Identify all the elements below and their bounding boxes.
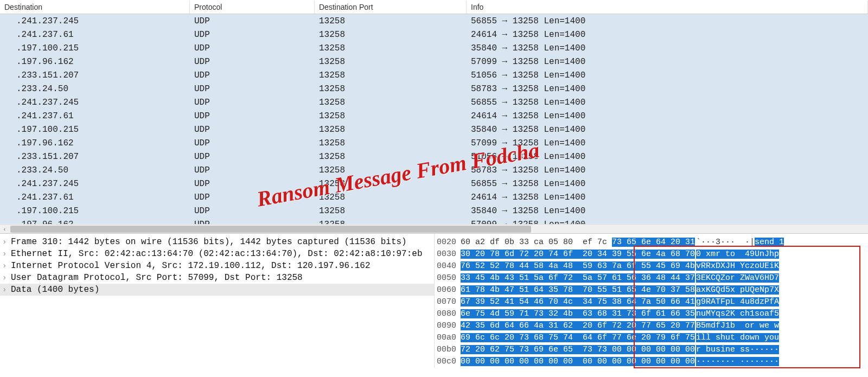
hex-row[interactable]: 00806e 75 4d 59 71 73 32 4b 63 68 31 73 … bbox=[435, 308, 868, 320]
hex-row[interactable]: 003030 20 78 6d 72 20 74 6f 20 34 39 55 … bbox=[435, 248, 868, 260]
col-destination[interactable]: Destination bbox=[0, 1, 190, 14]
cell-destination: .233.24.50 bbox=[0, 164, 190, 176]
hex-bytes: 60 a2 df 0b 33 ca 05 80 ef 7c 73 65 6e 6… bbox=[461, 238, 688, 247]
cell-destination: .241.237.61 bbox=[0, 110, 190, 122]
packet-list-header: Destination Protocol Destination Port In… bbox=[0, 0, 868, 14]
packet-row[interactable]: .197.96.162UDP1325857099 → 13258 Len=140… bbox=[0, 136, 868, 150]
cell-port: 13258 bbox=[315, 69, 467, 81]
col-dest-port[interactable]: Destination Port bbox=[315, 1, 467, 14]
hex-bytes: 61 78 4b 47 51 64 35 78 70 55 51 65 4e 7… bbox=[461, 285, 688, 295]
cell-destination: .197.96.162 bbox=[0, 137, 190, 149]
cell-port: 13258 bbox=[315, 205, 467, 217]
cell-protocol: UDP bbox=[190, 15, 315, 27]
cell-info: 58783 → 13258 Len=1400 bbox=[467, 164, 868, 176]
hex-offset: 0030 bbox=[435, 250, 461, 259]
cell-destination: .197.96.162 bbox=[0, 56, 190, 68]
cell-port: 13258 bbox=[315, 164, 467, 176]
hex-bytes: 67 39 52 41 54 46 70 4c 34 75 38 64 7a 5… bbox=[461, 297, 688, 306]
detail-tree-item[interactable]: User Datagram Protocol, Src Port: 57099,… bbox=[0, 272, 434, 284]
hex-bytes: 33 45 4b 43 51 5a 6f 72 5a 57 61 56 36 4… bbox=[461, 273, 688, 283]
hex-ascii: axKGQd5x pUQeNp7X bbox=[688, 285, 868, 295]
hex-offset: 00c0 bbox=[435, 357, 461, 366]
hex-row[interactable]: 005033 45 4b 43 51 5a 6f 72 5a 57 61 56 … bbox=[435, 272, 868, 284]
packet-row[interactable]: .241.237.61UDP1325824614 → 13258 Len=140… bbox=[0, 190, 868, 204]
cell-info: 24614 → 13258 Len=1400 bbox=[467, 110, 868, 122]
cell-protocol: UDP bbox=[190, 205, 315, 217]
cell-destination: .233.24.50 bbox=[0, 83, 190, 95]
cell-destination: .197.100.215 bbox=[0, 205, 190, 217]
cell-port: 13258 bbox=[315, 110, 467, 122]
packet-row[interactable]: .197.96.162UDP1325857099 → 13258 Len=140… bbox=[0, 55, 868, 68]
hex-row[interactable]: 00c000 00 00 00 00 00 00 00 00 00 00 00 … bbox=[435, 355, 868, 367]
hex-row[interactable]: 006061 78 4b 47 51 64 35 78 70 55 51 65 … bbox=[435, 284, 868, 296]
cell-protocol: UDP bbox=[190, 29, 315, 41]
cell-info: 51056 → 13258 Len=1400 bbox=[467, 69, 868, 81]
bottom-panes: Frame 310: 1442 bytes on wire (11536 bit… bbox=[0, 233, 868, 368]
hex-row[interactable]: 009042 35 6d 64 66 4a 31 62 20 6f 72 20 … bbox=[435, 320, 868, 331]
hex-ascii: ill shut down you bbox=[688, 333, 868, 342]
cell-port: 13258 bbox=[315, 151, 467, 163]
hex-row[interactable]: 007067 39 52 41 54 46 70 4c 34 75 38 64 … bbox=[435, 296, 868, 308]
cell-info: 56855 → 13258 Len=1400 bbox=[467, 97, 868, 108]
hex-bytes: 76 52 52 78 44 58 4a 48 59 63 7a 6f 55 4… bbox=[461, 261, 688, 271]
hex-row[interactable]: 00a069 6c 6c 20 73 68 75 74 64 6f 77 6e … bbox=[435, 331, 868, 343]
cell-protocol: UDP bbox=[190, 110, 315, 122]
packet-row[interactable]: .233.24.50UDP1325858783 → 13258 Len=1400 bbox=[0, 163, 868, 177]
hex-offset: 00b0 bbox=[435, 345, 461, 354]
hex-ascii: `···3··· ·|send 1 bbox=[688, 238, 868, 247]
packet-list-pane[interactable]: Destination Protocol Destination Port In… bbox=[0, 0, 868, 233]
packet-row[interactable]: .197.100.215UDP1325835840 → 13258 Len=14… bbox=[0, 204, 868, 218]
packet-row[interactable]: .197.100.215UDP1325835840 → 13258 Len=14… bbox=[0, 123, 868, 136]
cell-port: 13258 bbox=[315, 29, 467, 41]
cell-info: 35840 → 13258 Len=1400 bbox=[467, 42, 868, 54]
cell-protocol: UDP bbox=[190, 151, 315, 163]
cell-destination: .233.151.207 bbox=[0, 69, 190, 81]
cell-destination: .241.237.245 bbox=[0, 97, 190, 108]
cell-info: 51056 → 13258 Len=1400 bbox=[467, 151, 868, 163]
scrollbar-thumb[interactable] bbox=[10, 226, 531, 233]
hex-ascii: 0 xmr to 49UnJhp bbox=[688, 250, 868, 259]
cell-destination: .197.100.215 bbox=[0, 42, 190, 54]
hex-row[interactable]: 002060 a2 df 0b 33 ca 05 80 ef 7c 73 65 … bbox=[435, 236, 868, 248]
cell-protocol: UDP bbox=[190, 137, 315, 149]
cell-protocol: UDP bbox=[190, 69, 315, 81]
hex-offset: 0070 bbox=[435, 297, 461, 306]
hex-dump-pane[interactable]: 002060 a2 df 0b 33 ca 05 80 ef 7c 73 65 … bbox=[434, 234, 868, 368]
hex-offset: 0080 bbox=[435, 309, 461, 318]
scroll-left-icon[interactable]: ‹ bbox=[0, 225, 9, 234]
hex-bytes: 69 6c 6c 20 73 68 75 74 64 6f 77 6e 20 7… bbox=[461, 333, 688, 342]
hex-ascii: vRRxDXJH YczoUEiK bbox=[688, 261, 868, 271]
cell-port: 13258 bbox=[315, 42, 467, 54]
packet-row[interactable]: .233.151.207UDP1325851056 → 13258 Len=14… bbox=[0, 68, 868, 82]
cell-info: 56855 → 13258 Len=1400 bbox=[467, 178, 868, 190]
packet-row[interactable]: .233.24.50UDP1325858783 → 13258 Len=1400 bbox=[0, 82, 868, 95]
packet-row[interactable]: .233.151.207UDP1325851056 → 13258 Len=14… bbox=[0, 150, 868, 163]
packet-row[interactable]: .241.237.245UDP1325856855 → 13258 Len=14… bbox=[0, 177, 868, 190]
horizontal-scrollbar[interactable]: ‹ bbox=[0, 224, 868, 233]
packet-row[interactable]: .241.237.245UDP1325856855 → 13258 Len=14… bbox=[0, 95, 868, 109]
detail-tree-item[interactable]: Internet Protocol Version 4, Src: 172.19… bbox=[0, 260, 434, 272]
col-info[interactable]: Info bbox=[467, 1, 868, 14]
hex-ascii: r busine ss······ bbox=[688, 345, 868, 354]
hex-ascii: ········ ········ bbox=[688, 357, 868, 366]
col-protocol[interactable]: Protocol bbox=[190, 1, 315, 14]
cell-info: 56855 → 13258 Len=1400 bbox=[467, 15, 868, 27]
packet-details-pane[interactable]: Frame 310: 1442 bytes on wire (11536 bit… bbox=[0, 234, 434, 368]
packet-rows[interactable]: .241.237.245UDP1325856855 → 13258 Len=14… bbox=[0, 14, 868, 231]
hex-row[interactable]: 004076 52 52 78 44 58 4a 48 59 63 7a 6f … bbox=[435, 260, 868, 272]
hex-bytes: 00 00 00 00 00 00 00 00 00 00 00 00 00 0… bbox=[461, 357, 688, 366]
packet-row[interactable]: .241.237.61UDP1325824614 → 13258 Len=140… bbox=[0, 28, 868, 41]
packet-row[interactable]: .241.237.61UDP1325824614 → 13258 Len=140… bbox=[0, 109, 868, 123]
cell-port: 13258 bbox=[315, 15, 467, 27]
hex-row[interactable]: 00b072 20 62 75 73 69 6e 65 73 73 00 00 … bbox=[435, 343, 868, 355]
packet-row[interactable]: .241.237.245UDP1325856855 → 13258 Len=14… bbox=[0, 14, 868, 28]
packet-row[interactable]: .197.100.215UDP1325835840 → 13258 Len=14… bbox=[0, 41, 868, 55]
hex-offset: 00a0 bbox=[435, 333, 461, 342]
detail-tree-item[interactable]: Frame 310: 1442 bytes on wire (11536 bit… bbox=[0, 236, 434, 248]
cell-info: 57099 → 13258 Len=1400 bbox=[467, 56, 868, 68]
detail-tree-item[interactable]: Ethernet II, Src: 02:42:ac:13:64:70 (02:… bbox=[0, 248, 434, 260]
cell-protocol: UDP bbox=[190, 191, 315, 203]
hex-offset: 0020 bbox=[435, 238, 461, 247]
cell-info: 58783 → 13258 Len=1400 bbox=[467, 83, 868, 95]
detail-tree-item[interactable]: Data (1400 bytes) bbox=[0, 284, 434, 296]
